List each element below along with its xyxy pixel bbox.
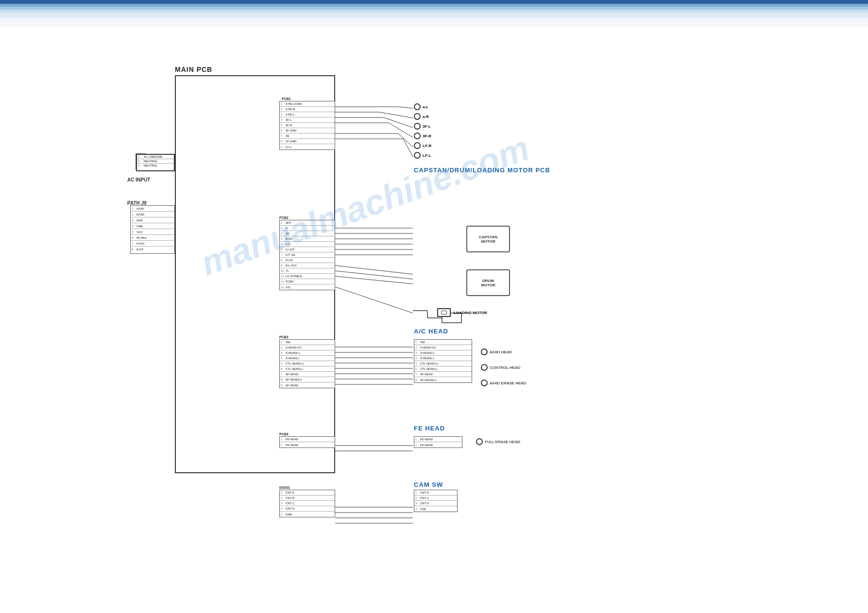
svg-line-7: [398, 107, 413, 108]
pcb1-connector: 1A PE-L/GND 2A PE-R 3A PE-L 43F-L 53F-R …: [279, 101, 335, 150]
fe-head-label: FE HEAD: [414, 425, 445, 432]
svg-line-9: [379, 112, 413, 118]
full-erase-head-connector: FULL ERASE HEAD: [476, 438, 520, 445]
pcb3-title: PCB3: [279, 335, 289, 339]
3fr-connector: 3F-R: [414, 133, 431, 139]
ac-head-label: A/C HEAD: [414, 328, 448, 335]
pcb2-connector: 13FS 2D 3SE 4B-SV 5F-V 6U LIST 7C/T GE 8…: [279, 220, 335, 290]
drum-motor: DRUMMOTOR: [466, 269, 510, 296]
pcb5-title: DSS01: [279, 486, 290, 489]
control-head-connector: CONTROL HEAD: [481, 364, 520, 371]
al-connector: a-L: [414, 103, 428, 110]
right-cam-sw-connector: 1CNT D 2CNT C 3CNT D 4TGE: [414, 490, 458, 512]
path-connector: 1A/VID 2D/VID 3AGE 4GNE 5V/LC 6PE BLK 7P…: [130, 205, 175, 254]
svg-line-17: [403, 139, 413, 157]
svg-line-24: [335, 265, 413, 274]
cam-sw-label: CAM SW: [414, 481, 443, 488]
pcb5-connector: 1CNT A 2CNT B 3CNT C 4CNT D 5GND: [279, 490, 335, 517]
capstan-motor: CAPSTANMOTOR: [466, 226, 510, 252]
ar-connector: a-R: [414, 113, 429, 120]
lfr-connector: LF-R: [414, 142, 431, 149]
right-fe-head-connector: 1FE HEAD 2FE HEAD: [414, 436, 462, 448]
ac-input-connector: 1 AC LINE/GND 2 NEUTRAL 3 NEUTRAL: [136, 154, 175, 171]
3fl-connector: 3F-L: [414, 123, 431, 130]
pcb3-connector: 1SW 2A HEAD-GC 3A HEAD(+) 4A HEAD(-) 5CT…: [279, 339, 335, 388]
svg-line-15: [398, 133, 413, 147]
pcb4-connector: 1FE HEAD 2FE HEAD: [279, 436, 335, 448]
svg-line-11: [384, 117, 413, 128]
svg-line-25: [335, 271, 413, 279]
svg-line-27: [335, 287, 413, 313]
right-ac-head-connector: 1SW 2A HEAD-GC 3A HEAD(+) 4A HEAD(-) 5CT…: [414, 339, 472, 383]
capstan-drum-label: CAPSTAN/DRUM/LOADING MOTOR PCB: [414, 166, 550, 174]
pcb4-title: PCB4: [279, 432, 289, 436]
diagram-area: manualmachine.com MAIN PCB: [97, 36, 777, 595]
pcb2-title: PCB2: [279, 216, 289, 219]
ac-input-label: AC INPUT: [127, 177, 150, 182]
lfl-connector: LF-L: [414, 152, 431, 159]
svg-line-13: [389, 123, 413, 137]
audio-erase-head-connector: A/HID ERASE HEAD: [481, 380, 526, 386]
svg-line-26: [335, 276, 413, 284]
header-stripe: [0, 0, 868, 27]
loading-motor-connector: LOADING MOTOR: [437, 308, 487, 317]
pcb1-title: PCB1: [282, 97, 291, 100]
header-top-bar: [0, 0, 868, 4]
main-pcb-label: MAIN PCB: [175, 66, 212, 73]
audio-head-connector: A/HID HEAD: [481, 348, 512, 355]
